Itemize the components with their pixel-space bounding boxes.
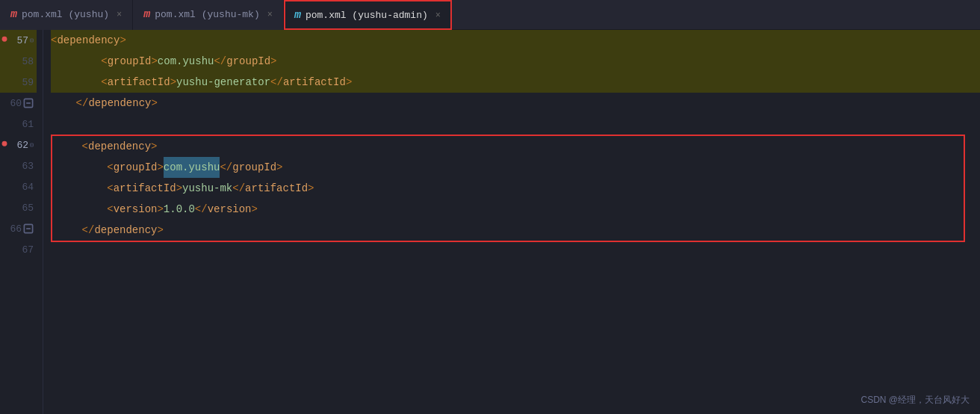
fold-icon-62[interactable] bbox=[30, 140, 34, 150]
code-line-65: <version>1.0.0</version> bbox=[52, 199, 964, 220]
watermark: CSDN @经理，天台风好大 bbox=[860, 394, 970, 407]
gutter-line-63: 63 bbox=[0, 155, 37, 176]
code-line-57: <dependency> bbox=[51, 30, 980, 51]
tab-icon-1: m bbox=[10, 8, 17, 21]
tab-label-1: pom.xml (yushu) bbox=[22, 9, 109, 20]
gutter-line-57: 57 bbox=[0, 30, 37, 51]
tab-close-3[interactable]: × bbox=[435, 10, 441, 21]
gutter-line-67: 67 bbox=[0, 239, 37, 260]
code-line-61 bbox=[51, 114, 980, 135]
svg-point-0 bbox=[2, 37, 7, 42]
fold-icon-66[interactable] bbox=[23, 223, 34, 234]
line-number-gutter: 57 58 59 60 61 62 bbox=[0, 30, 43, 414]
fold-icon-60[interactable] bbox=[23, 98, 34, 108]
code-line-60: </dependency> bbox=[51, 93, 980, 114]
gutter-line-60: 60 bbox=[0, 93, 37, 114]
tab-yushu-mk[interactable]: m pom.xml (yushu-mk) × bbox=[133, 0, 284, 30]
code-line-58: <groupId>com.yushu</groupId> bbox=[51, 51, 980, 72]
code-line-59: <artifactId>yushu-generator</artifactId> bbox=[51, 72, 980, 93]
gutter-line-65: 65 bbox=[0, 197, 37, 218]
gutter-line-66: 66 bbox=[0, 218, 37, 239]
code-line-67 bbox=[51, 242, 980, 263]
code-line-64: <artifactId>yushu-mk</artifactId> bbox=[52, 178, 964, 199]
gutter-line-64: 64 bbox=[0, 176, 37, 197]
gutter-line-59: 59 bbox=[0, 72, 37, 93]
tab-icon-2: m bbox=[143, 8, 150, 21]
bookmark-icon-62 bbox=[0, 140, 9, 149]
tab-bar: m pom.xml (yushu) × m pom.xml (yushu-mk)… bbox=[0, 0, 980, 30]
red-highlight-box: <dependency> <groupId>com.yushu</groupId… bbox=[51, 135, 965, 242]
tab-icon-3: m bbox=[294, 9, 301, 22]
editor: 57 58 59 60 61 62 bbox=[0, 30, 980, 414]
code-line-62: <dependency> bbox=[52, 136, 964, 157]
gutter-line-61: 61 bbox=[0, 114, 37, 135]
code-line-66: </dependency> bbox=[52, 220, 964, 241]
tab-label-2: pom.xml (yushu-mk) bbox=[155, 9, 259, 20]
bookmark-icon-57 bbox=[0, 36, 9, 45]
tab-close-2[interactable]: × bbox=[267, 10, 273, 20]
gutter-line-62: 62 bbox=[0, 135, 37, 155]
code-content-area[interactable]: <dependency> <groupId>com.yushu</groupId… bbox=[43, 30, 980, 414]
fold-icon-57[interactable] bbox=[30, 35, 34, 46]
tab-label-3: pom.xml (yushu-admin) bbox=[306, 10, 428, 21]
code-line-63: <groupId>com.yushu</groupId> bbox=[52, 157, 964, 178]
tab-close-1[interactable]: × bbox=[117, 10, 122, 20]
tab-yushu-admin[interactable]: m pom.xml (yushu-admin) × bbox=[284, 0, 452, 30]
svg-point-5 bbox=[2, 141, 7, 146]
gutter-line-58: 58 bbox=[0, 51, 37, 72]
tab-yushu[interactable]: m pom.xml (yushu) × bbox=[0, 0, 133, 30]
